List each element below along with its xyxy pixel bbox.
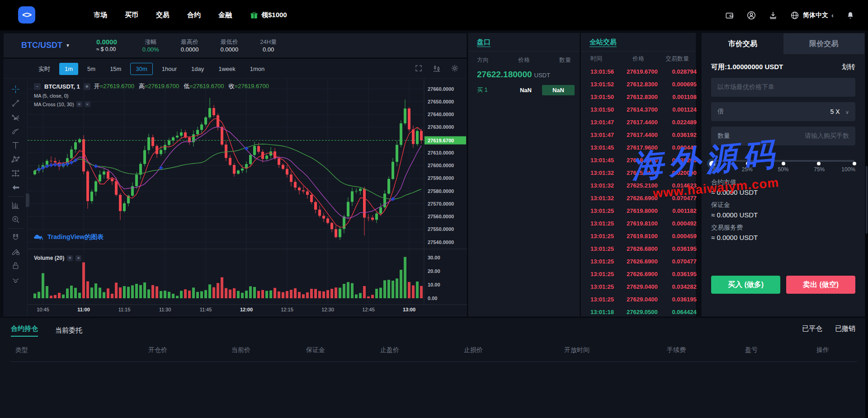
timeframe-toolbar: 实时1m5m15m30m1hour1day1week1mon [4, 60, 466, 79]
trade-price: 27629.0400 [627, 296, 658, 303]
nav-item[interactable]: 交易 [156, 11, 170, 19]
amount-slider[interactable]: 0%25%50%75%100% [711, 157, 855, 174]
orderbook-level-price: NaN [509, 87, 542, 94]
svg-text:11:45: 11:45 [200, 307, 212, 312]
trade-amount: 0.000447 [658, 144, 697, 151]
slider-dot[interactable] [782, 162, 785, 165]
forecast-tool-icon[interactable] [8, 166, 24, 180]
pair-label: BTC/USDT [21, 41, 62, 50]
trend-line-tool-icon[interactable] [8, 96, 24, 110]
zoom-in-icon[interactable] [8, 212, 24, 226]
amount-input[interactable]: 数量 请输入购买手数 [711, 127, 855, 146]
nav-item[interactable]: 市场 [94, 11, 107, 19]
indicators-icon[interactable] [433, 64, 441, 74]
pair-selector[interactable]: BTC/USDT ▼ [21, 41, 70, 50]
promo-link[interactable]: 领$1000 [250, 11, 287, 20]
ma-legend-2: MA Cross (10, 30) ✳ × [34, 101, 274, 107]
indicator-template-icon[interactable] [8, 198, 24, 212]
chevron-icon: ‹ [831, 11, 834, 19]
slider-label: 25% [742, 166, 753, 173]
timeframe-30m[interactable]: 30m [130, 63, 152, 75]
ma-remove-icon[interactable]: × [85, 101, 90, 107]
trade-price: 27619.6700 [627, 68, 658, 75]
link-已撤销[interactable]: 已撤销 [835, 324, 855, 333]
nav-item[interactable]: 买币 [125, 11, 138, 19]
slider-label: 50% [778, 166, 788, 173]
timeframe-5m[interactable]: 5m [82, 63, 101, 75]
timeframe-15m[interactable]: 15m [104, 63, 127, 75]
crosshair-tool-icon[interactable] [8, 82, 24, 96]
tradingview-attribution[interactable]: TradingView的图表 [34, 233, 104, 241]
order-info-value: ≈ 0.0000 USDT [711, 234, 855, 241]
chart-plot-area[interactable]: 27660.000027650.000027640.000027630.0000… [28, 79, 467, 317]
buy-long-button[interactable]: 买入 (做多) [711, 276, 780, 294]
scrollbar-thumb[interactable] [866, 166, 868, 234]
svg-text:27660.0000: 27660.0000 [428, 86, 454, 92]
timeframe-实时[interactable]: 实时 [33, 62, 56, 76]
trade-row: 13:01:5627619.67000.028794 [581, 65, 695, 78]
pair-stat-value: 0.0000 [220, 46, 238, 53]
leverage-select[interactable]: 倍 5 X ∨ [711, 102, 855, 121]
ma-settings-icon[interactable]: ✳ [76, 101, 82, 107]
pitchfork-tool-icon[interactable] [8, 110, 24, 124]
legend-gear-icon[interactable]: ✳ [84, 83, 90, 90]
drawing-lock-icon[interactable] [8, 244, 24, 258]
transfer-link[interactable]: 划转 [842, 63, 855, 71]
slider-dot[interactable] [746, 162, 750, 165]
tab-合约持仓[interactable]: 合约持仓 [11, 324, 38, 337]
volume-remove-icon[interactable]: × [75, 255, 81, 261]
brush-tool-icon[interactable] [8, 124, 24, 138]
drawing-toolbar [4, 79, 28, 317]
magnet-tool-icon[interactable] [8, 230, 24, 244]
svg-text:12:00: 12:00 [240, 307, 253, 312]
pattern-tool-icon[interactable] [8, 152, 24, 166]
timeframe-1mon[interactable]: 1mon [245, 63, 270, 75]
slider-track[interactable] [712, 160, 854, 162]
order-info-label: 交易服务费 [711, 224, 855, 232]
trade-row: 13:01:3227625.21000.020000 [581, 166, 695, 179]
ohlc-value: =27619.6700 [145, 83, 179, 89]
volume-settings-icon[interactable]: ✳ [67, 255, 73, 261]
legend-collapse-icon[interactable]: − [34, 83, 41, 90]
svg-text:27619.6700: 27619.6700 [428, 138, 454, 143]
trade-row: 13:01:2527626.69000.036195 [581, 268, 695, 280]
download-icon[interactable] [768, 10, 778, 20]
tab-限价交易[interactable]: 限价交易 [783, 33, 865, 54]
text-tool-icon[interactable] [8, 138, 24, 152]
orderbook-last-price: 27622.180000 [477, 70, 532, 79]
slider-dot[interactable] [817, 162, 821, 165]
pair-stat-value: 0.00 [260, 46, 277, 53]
pair-stat-label: 最高价 [181, 38, 199, 46]
sell-short-button[interactable]: 卖出 (做空) [786, 276, 855, 294]
tab-市价交易[interactable]: 市价交易 [702, 33, 783, 54]
nav-item[interactable]: 合约 [187, 11, 201, 19]
hide-objects-icon[interactable] [8, 272, 24, 286]
orderbook-level-row[interactable]: 买 1 NaN NaN [469, 83, 579, 97]
positions-column-header: 止盈价 [380, 346, 399, 354]
back-arrow-icon[interactable] [8, 180, 24, 194]
profile-icon[interactable] [746, 10, 756, 20]
brand-logo-icon[interactable]: <> [18, 6, 35, 23]
slider-dot[interactable] [853, 162, 856, 165]
timeframe-1week[interactable]: 1week [213, 63, 241, 75]
scrollbar[interactable] [865, 30, 868, 418]
trade-amount: 0.036192 [658, 132, 697, 138]
trade-price: 27619.8000 [627, 207, 658, 214]
lock-icon[interactable] [8, 258, 24, 272]
timeframe-1day[interactable]: 1day [186, 63, 209, 75]
market-price-input[interactable]: 以市场最优价格下单 [711, 78, 855, 97]
positions-column-header: 开放时间 [564, 346, 590, 354]
chart-settings-gear-icon[interactable] [451, 64, 459, 74]
fullscreen-icon[interactable] [415, 64, 423, 74]
tab-当前委托[interactable]: 当前委托 [55, 326, 82, 335]
orderbook-unit: USDT [534, 72, 550, 79]
language-switcher[interactable]: 简体中文 ‹ [790, 10, 834, 20]
trade-time: 13:01:45 [590, 157, 627, 164]
bell-icon[interactable] [845, 10, 855, 20]
nav-item[interactable]: 金融 [218, 11, 232, 19]
trade-row: 13:01:2527626.69000.070477 [581, 255, 695, 268]
link-已平仓[interactable]: 已平仓 [802, 324, 822, 333]
wallet-icon[interactable] [725, 10, 735, 20]
timeframe-1m[interactable]: 1m [59, 63, 78, 75]
timeframe-1hour[interactable]: 1hour [156, 63, 182, 75]
